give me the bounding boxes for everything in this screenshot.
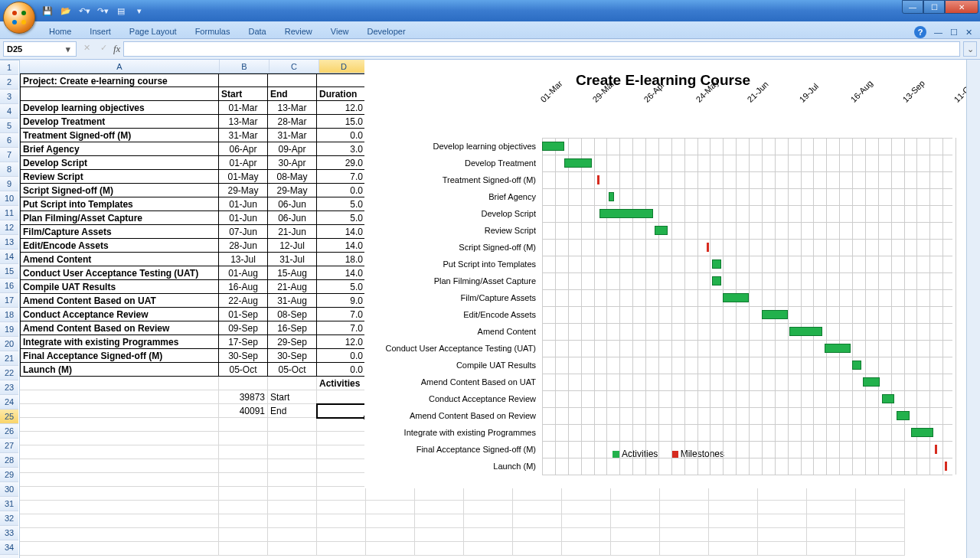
cell-C25[interactable]: End [268, 404, 317, 418]
cell-H32[interactable] [513, 501, 562, 514]
cell-D24[interactable] [317, 390, 366, 404]
col-header-A[interactable]: A [20, 60, 220, 73]
cell-A26[interactable] [20, 418, 219, 432]
row-header-5[interactable]: 5 [0, 119, 18, 133]
cell-B27[interactable] [219, 432, 268, 445]
cell-A4[interactable]: Develop Treatment [20, 115, 219, 129]
cell-B19[interactable]: 09-Sep [219, 321, 268, 335]
cell-N31[interactable] [807, 487, 856, 501]
cell-A24[interactable] [20, 390, 219, 404]
cell-H35[interactable] [513, 542, 562, 556]
col-header-D[interactable]: D [319, 60, 369, 73]
cell-A6[interactable]: Brief Agency [20, 142, 219, 156]
cell-C17[interactable]: 31-Aug [268, 294, 317, 308]
cell-B1[interactable] [219, 73, 268, 87]
cell-L33[interactable] [709, 514, 758, 528]
cell-A14[interactable]: Amend Content [20, 253, 219, 266]
cell-D17[interactable]: 9.0 [317, 294, 366, 308]
row-header-9[interactable]: 9 [0, 177, 18, 191]
cell-D5[interactable]: 0.0 [317, 129, 366, 142]
cell-B29[interactable] [219, 459, 268, 473]
cell-A2[interactable] [20, 87, 219, 101]
cell-K31[interactable] [660, 487, 709, 501]
row-header-15[interactable]: 15 [0, 264, 18, 279]
expand-formula-bar-icon[interactable]: ⌄ [963, 41, 977, 57]
cell-C4[interactable]: 28-Mar [268, 115, 317, 129]
close-button[interactable]: ✕ [945, 0, 978, 14]
cell-D9[interactable]: 0.0 [317, 184, 366, 197]
cell-F34[interactable] [415, 528, 464, 542]
cell-D12[interactable]: 14.0 [317, 225, 366, 239]
cell-C11[interactable]: 06-Jun [268, 211, 317, 225]
cell-A5[interactable]: Treatment Signed-off (M) [20, 129, 219, 142]
cell-C14[interactable]: 31-Jul [268, 253, 317, 266]
cell-A27[interactable] [20, 432, 219, 445]
cell-C26[interactable] [268, 418, 317, 432]
cell-A32[interactable] [20, 501, 219, 514]
cell-B35[interactable] [219, 542, 268, 556]
cell-C10[interactable]: 06-Jun [268, 197, 317, 211]
cell-A29[interactable] [20, 459, 219, 473]
row-header-18[interactable]: 18 [0, 308, 18, 322]
row-header-23[interactable]: 23 [0, 380, 18, 395]
cell-L32[interactable] [709, 501, 758, 514]
cell-J32[interactable] [611, 501, 660, 514]
cell-B23[interactable] [219, 377, 268, 390]
cell-A28[interactable] [20, 445, 219, 459]
row-header-11[interactable]: 11 [0, 206, 18, 220]
cell-F31[interactable] [415, 487, 464, 501]
new-icon[interactable]: ▤ [115, 5, 127, 17]
cell-A1[interactable]: Project: Create e-learning course [20, 73, 219, 87]
cell-D15[interactable]: 14.0 [317, 266, 366, 280]
cell-D3[interactable]: 12.0 [317, 101, 366, 115]
cell-B12[interactable]: 07-Jun [219, 225, 268, 239]
row-header-19[interactable]: 19 [0, 322, 18, 337]
cell-A19[interactable]: Amend Content Based on Review [20, 321, 219, 335]
cell-E34[interactable] [366, 528, 415, 542]
cell-A16[interactable]: Compile UAT Results [20, 280, 219, 294]
cell-B11[interactable]: 01-Jun [219, 211, 268, 225]
cell-A7[interactable]: Develop Script [20, 156, 219, 170]
cell-B33[interactable] [219, 514, 268, 528]
cell-C15[interactable]: 15-Aug [268, 266, 317, 280]
tab-view[interactable]: View [322, 24, 358, 38]
cell-H33[interactable] [513, 514, 562, 528]
cell-B22[interactable]: 05-Oct [219, 363, 268, 377]
cell-D32[interactable] [317, 501, 366, 514]
cell-B14[interactable]: 13-Jul [219, 253, 268, 266]
cell-E31[interactable] [366, 487, 415, 501]
fx-icon[interactable]: fx [113, 43, 120, 55]
cell-D14[interactable]: 18.0 [317, 253, 366, 266]
cell-C6[interactable]: 09-Apr [268, 142, 317, 156]
qat-more-icon[interactable]: ▾ [133, 5, 145, 17]
cell-D7[interactable]: 29.0 [317, 156, 366, 170]
cell-B25[interactable]: 40091 [219, 404, 268, 418]
cell-A3[interactable]: Develop learning objectives [20, 101, 219, 115]
cell-A11[interactable]: Plan Filming/Asset Capture [20, 211, 219, 225]
cell-C35[interactable] [268, 542, 317, 556]
tab-home[interactable]: Home [40, 24, 80, 38]
row-header-25[interactable]: 25 [0, 410, 18, 424]
cell-L35[interactable] [709, 542, 758, 556]
cell-M33[interactable] [758, 514, 807, 528]
cell-B4[interactable]: 13-Mar [219, 115, 268, 129]
cell-B24[interactable]: 39873 [219, 390, 268, 404]
cell-H34[interactable] [513, 528, 562, 542]
cell-I32[interactable] [562, 501, 611, 514]
cell-O31[interactable] [856, 487, 905, 501]
row-header-8[interactable]: 8 [0, 162, 18, 177]
cell-B3[interactable]: 01-Mar [219, 101, 268, 115]
cell-C22[interactable]: 05-Oct [268, 363, 317, 377]
cell-B31[interactable] [219, 487, 268, 501]
cell-B30[interactable] [219, 473, 268, 487]
open-icon[interactable]: 📂 [60, 5, 72, 17]
vertical-scrollbar[interactable] [966, 60, 980, 558]
cell-I31[interactable] [562, 487, 611, 501]
redo-icon[interactable]: ↷▾ [96, 5, 109, 17]
cell-B9[interactable]: 29-May [219, 184, 268, 197]
undo-icon[interactable]: ↶▾ [78, 5, 90, 17]
cell-C3[interactable]: 13-Mar [268, 101, 317, 115]
cell-D6[interactable]: 3.0 [317, 142, 366, 156]
cell-D33[interactable] [317, 514, 366, 528]
cell-O34[interactable] [856, 528, 905, 542]
